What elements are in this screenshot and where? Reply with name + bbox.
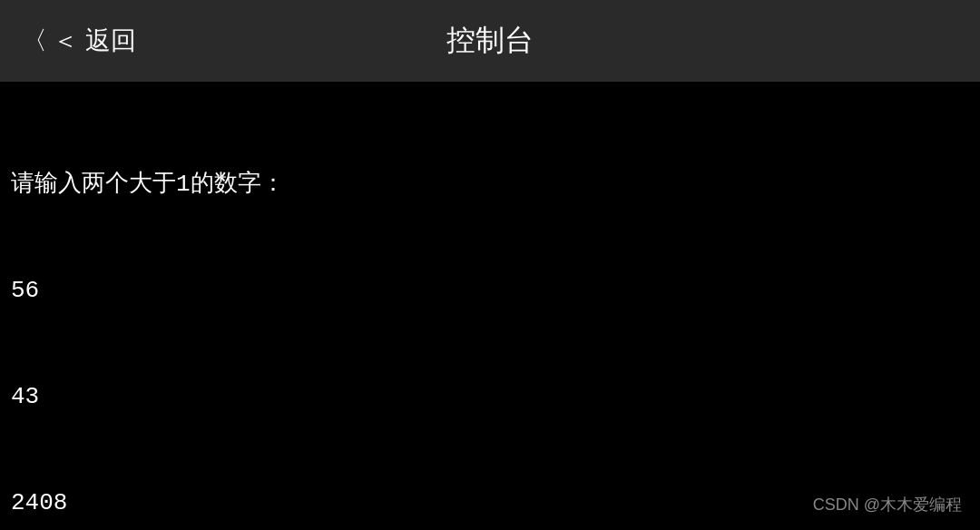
watermark: CSDN @木木爱编程 [813, 494, 962, 515]
back-label: ＜ 返回 [53, 24, 136, 58]
console-output: 请输入两个大于1的数字： 56 43 2408 [Process complet… [11, 96, 969, 530]
console-line-3: 43 [11, 379, 969, 415]
console-line-1: 请输入两个大于1的数字： [11, 167, 969, 202]
header-title: 控制台 [446, 21, 534, 61]
back-button[interactable]: 〈 ＜ 返回 [22, 24, 136, 58]
app-header: 〈 ＜ 返回 控制台 [0, 0, 980, 82]
console-area: 请输入两个大于1的数字： 56 43 2408 [Process complet… [0, 82, 980, 530]
console-line-2: 56 [11, 273, 969, 309]
back-icon: 〈 [22, 24, 47, 58]
